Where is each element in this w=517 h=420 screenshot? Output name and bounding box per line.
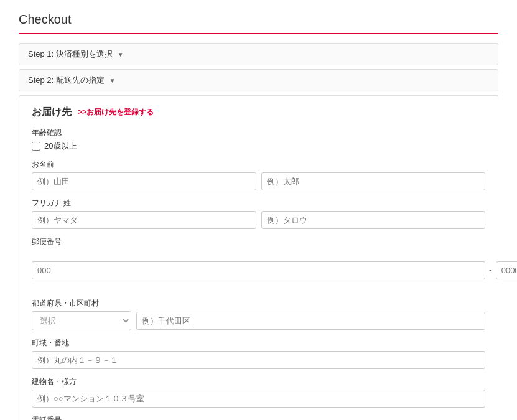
step2-label: Step 2: 配送先の指定 — [28, 75, 105, 86]
furigana-label: フリガナ 姓 — [32, 198, 485, 208]
furigana-row — [32, 211, 485, 229]
age-checkbox[interactable] — [32, 142, 40, 151]
prefecture-label: 都道府県・市区町村 — [32, 298, 485, 309]
prefecture-city-row: 選択 北海道 青森県 東京都 大阪府 神奈川県 — [32, 311, 485, 330]
postal-input2[interactable] — [496, 261, 517, 279]
building-group: 建物名・様方 — [32, 376, 485, 408]
postal-input1[interactable] — [32, 261, 485, 279]
furigana-first-wrapper — [32, 211, 256, 229]
phone-group: 電話番号 - - — [32, 415, 485, 420]
postal-row: - 住所の自動入力 >>郵便番号を調べる — [32, 250, 485, 291]
name-group: お名前 — [32, 159, 485, 190]
step1-arrow: ▼ — [118, 51, 124, 58]
address-group: 町域・番地 — [32, 338, 485, 369]
name-last-input[interactable] — [261, 172, 486, 190]
postal-label: 郵便番号 — [32, 236, 485, 247]
prefecture-group: 都道府県・市区町村 選択 北海道 青森県 東京都 大阪府 神奈川県 — [32, 298, 485, 330]
step2-bar[interactable]: Step 2: 配送先の指定 ▼ — [19, 69, 498, 91]
city-input[interactable] — [136, 312, 485, 330]
step1-bar[interactable]: Step 1: 決済種別を選択 ▼ — [19, 43, 498, 65]
furigana-last-wrapper — [261, 211, 486, 229]
section-header: お届け先 >>お届け先を登録する — [32, 106, 485, 119]
furigana-group: フリガナ 姓 — [32, 198, 485, 229]
section-title-text: お届け先 — [32, 106, 72, 119]
page-title: Checkout — [19, 12, 498, 27]
building-input[interactable] — [32, 390, 485, 408]
age-checkbox-row: 20歳以上 — [32, 141, 485, 152]
phone-label: 電話番号 — [32, 415, 485, 420]
name-first-input[interactable] — [32, 172, 256, 190]
name-first-wrapper — [32, 172, 256, 190]
step2-arrow: ▼ — [109, 77, 116, 84]
age-confirm-label: 年齢確認 — [32, 128, 485, 138]
age-confirm-group: 年齢確認 20歳以上 — [32, 128, 485, 152]
age-checkbox-label[interactable]: 20歳以上 — [44, 141, 77, 152]
register-link[interactable]: >>お届け先を登録する — [78, 107, 154, 118]
furigana-first-input[interactable] — [32, 211, 256, 229]
delivery-section: お届け先 >>お届け先を登録する 年齢確認 20歳以上 お名前 フリガナ 姓 — [19, 95, 498, 420]
name-row — [32, 172, 485, 190]
furigana-last-input[interactable] — [261, 211, 486, 229]
address-label: 町域・番地 — [32, 338, 485, 348]
building-label: 建物名・様方 — [32, 376, 485, 387]
address-input[interactable] — [32, 351, 485, 369]
step1-label: Step 1: 決済種別を選択 — [28, 49, 113, 60]
prefecture-select[interactable]: 選択 北海道 青森県 東京都 大阪府 神奈川県 — [32, 311, 131, 330]
postal-group: 郵便番号 - 住所の自動入力 >>郵便番号を調べる — [32, 236, 485, 291]
postal-dash: - — [488, 265, 493, 275]
name-last-wrapper — [261, 172, 486, 190]
name-label: お名前 — [32, 159, 485, 170]
